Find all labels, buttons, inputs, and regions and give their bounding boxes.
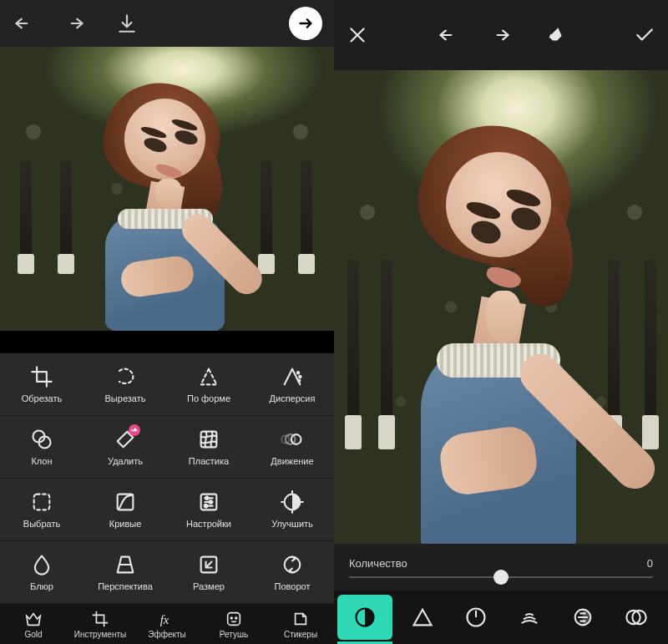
bottom-label: Эффекты bbox=[148, 630, 185, 639]
tool-blur[interactable]: Блюр bbox=[0, 541, 84, 603]
undo-icon[interactable] bbox=[12, 12, 35, 35]
svg-point-17 bbox=[285, 557, 301, 573]
svg-rect-9 bbox=[34, 494, 50, 510]
bottom-fx[interactable]: fxЭффекты bbox=[134, 604, 200, 644]
svg-point-20 bbox=[230, 617, 232, 619]
svg-point-21 bbox=[235, 617, 237, 619]
halfmoon-icon bbox=[281, 490, 304, 514]
tool-crop[interactable]: Обрезать bbox=[0, 353, 84, 415]
tool-resize[interactable]: Размер bbox=[167, 541, 250, 603]
close-icon[interactable] bbox=[346, 23, 369, 47]
tool-enhance[interactable]: Улучшить bbox=[250, 479, 334, 540]
select-icon bbox=[30, 490, 53, 514]
warp-icon bbox=[197, 428, 220, 451]
drop-icon bbox=[30, 553, 53, 576]
triangle-icon bbox=[197, 365, 220, 388]
svg-rect-19 bbox=[228, 612, 240, 625]
fx-clock[interactable] bbox=[449, 591, 503, 644]
tool-settings[interactable]: Настройки bbox=[167, 479, 250, 540]
tool-label: Удалить bbox=[108, 456, 143, 466]
clone-icon bbox=[30, 428, 53, 451]
curves-icon bbox=[114, 490, 137, 514]
prism-icon bbox=[411, 606, 434, 629]
left-topbar bbox=[0, 0, 334, 47]
bottom-sticker[interactable]: Стикеры bbox=[267, 604, 334, 644]
sliders-icon bbox=[197, 490, 220, 514]
tool-select[interactable]: Выбрать bbox=[0, 479, 84, 540]
tool-label: Клон bbox=[31, 456, 52, 466]
apply-icon[interactable] bbox=[633, 23, 656, 47]
eraser-icon[interactable] bbox=[543, 23, 566, 47]
sticker-icon bbox=[291, 610, 310, 628]
perspective-icon bbox=[114, 553, 137, 576]
crown-icon bbox=[24, 610, 43, 628]
bottom-label: Стикеры bbox=[284, 630, 317, 639]
lasso-icon bbox=[114, 365, 137, 388]
fx-icon: fx bbox=[158, 610, 176, 628]
slider-value: 0 bbox=[647, 557, 653, 570]
canvas-preview[interactable] bbox=[0, 47, 334, 331]
canvas-preview[interactable] bbox=[334, 70, 668, 544]
undo-icon[interactable] bbox=[436, 23, 459, 47]
rotate-icon bbox=[281, 553, 304, 576]
slider-track[interactable] bbox=[349, 576, 653, 578]
redo-icon[interactable] bbox=[489, 23, 513, 47]
scatter-icon bbox=[281, 365, 304, 388]
tool-dispersion[interactable]: Дисперсия bbox=[250, 353, 334, 415]
arcs-icon bbox=[518, 606, 541, 629]
tool-rotate[interactable]: Поворот bbox=[250, 541, 334, 603]
slider-label: Количество bbox=[349, 557, 407, 570]
tool-label: Поворот bbox=[275, 581, 311, 591]
tool-label: Настройки bbox=[186, 519, 231, 529]
bottom-label: Ретушь bbox=[220, 630, 248, 639]
tool-label: Кривые bbox=[109, 519, 142, 529]
tool-plastic[interactable]: Пластика bbox=[167, 416, 250, 478]
tool-remove[interactable]: Удалить bbox=[84, 416, 167, 478]
tool-label: Пластика bbox=[189, 456, 229, 466]
tool-curves[interactable]: Кривые bbox=[84, 479, 167, 540]
redo-icon[interactable] bbox=[63, 12, 87, 35]
tool-label: Обрезать bbox=[22, 393, 63, 403]
tool-motion[interactable]: Движение bbox=[250, 416, 334, 478]
bottom-label: Инструменты bbox=[74, 630, 126, 639]
tool-label: Движение bbox=[271, 456, 313, 466]
tool-grid: ОбрезатьВырезатьПо формеДисперсияКлонУда… bbox=[0, 353, 334, 604]
tool-shape[interactable]: По форме bbox=[167, 353, 250, 415]
fx-dual[interactable] bbox=[610, 591, 663, 644]
tool-clone[interactable]: Клон bbox=[0, 416, 84, 478]
fx-contrast[interactable] bbox=[337, 595, 392, 640]
tool-perspective[interactable]: Перспектива bbox=[84, 541, 167, 603]
svg-point-13 bbox=[210, 500, 213, 504]
tool-label: Размер bbox=[193, 581, 225, 591]
tool-cutout[interactable]: Вырезать bbox=[84, 353, 167, 415]
amount-slider: Количество 0 bbox=[334, 544, 668, 591]
tool-label: Перспектива bbox=[98, 581, 153, 591]
face-icon bbox=[225, 610, 243, 628]
tool-label: Вырезать bbox=[105, 393, 146, 403]
next-button[interactable] bbox=[289, 7, 322, 40]
tool-label: Блюр bbox=[30, 581, 53, 591]
fx-prism[interactable] bbox=[396, 591, 449, 644]
left-panel: ОбрезатьВырезатьПо формеДисперсияКлонУда… bbox=[0, 0, 334, 644]
svg-text:fx: fx bbox=[160, 612, 170, 626]
bottom-tools[interactable]: Инструменты bbox=[67, 604, 134, 644]
motion-icon bbox=[281, 428, 304, 451]
dial-icon bbox=[464, 606, 488, 629]
fx-lines[interactable] bbox=[556, 591, 610, 644]
tool-label: Улучшить bbox=[271, 519, 313, 529]
crop-icon bbox=[30, 365, 53, 388]
tool-label: По форме bbox=[187, 393, 230, 403]
dual-icon bbox=[625, 606, 648, 629]
download-icon[interactable] bbox=[115, 12, 139, 35]
slider-thumb[interactable] bbox=[493, 570, 509, 585]
right-topbar bbox=[334, 0, 668, 70]
svg-point-1 bbox=[299, 376, 301, 378]
fx-arcs[interactable] bbox=[503, 591, 556, 644]
bottom-label: Gold bbox=[24, 630, 42, 639]
half-circle-icon bbox=[353, 606, 377, 629]
effects-bar bbox=[334, 591, 668, 644]
right-panel: Количество 0 bbox=[334, 0, 668, 644]
bottom-gold[interactable]: Gold bbox=[0, 604, 67, 644]
svg-point-12 bbox=[205, 497, 209, 500]
bottom-retouch[interactable]: Ретушь bbox=[200, 604, 267, 644]
